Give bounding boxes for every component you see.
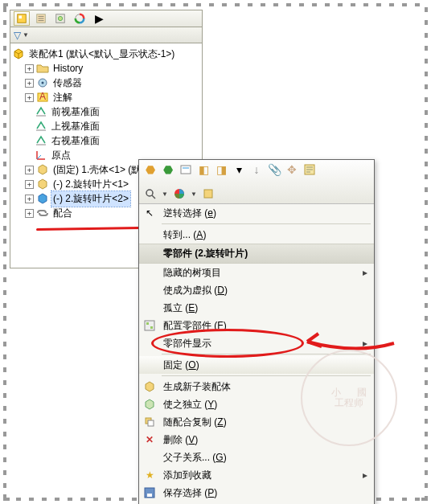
plane-icon [35, 120, 47, 133]
annotation-red-underline [36, 227, 141, 231]
appearance-dropdown-icon[interactable]: ▼ [191, 191, 197, 198]
menu-make-virtual[interactable]: 使成为虚拟 (D) [139, 281, 374, 299]
menu-separator [162, 223, 371, 224]
menu-label: 添加到收藏 [163, 469, 211, 482]
menu-configure-component[interactable]: 配置零部件 (F) [139, 317, 374, 334]
submenu-arrow-icon: ▸ [363, 338, 367, 349]
menu-copy-with-mates[interactable]: 随配合复制 (Z) [139, 413, 374, 431]
hide-icon[interactable]: ◧ [197, 163, 210, 176]
svg-text:A: A [39, 91, 46, 102]
expand-icon[interactable]: + [25, 209, 34, 218]
zoom-icon[interactable] [144, 187, 157, 200]
mates-icon [36, 207, 49, 219]
edit-part-icon[interactable]: ⬣ [162, 163, 174, 176]
svg-rect-15 [145, 321, 154, 330]
tab-feature-manager[interactable] [14, 11, 30, 26]
tree-root-label: 装配体1 (默认<默认_显示状态-1>) [27, 47, 176, 62]
menu-isolate[interactable]: 孤立 (E) [139, 299, 374, 317]
tab-dimxpert-manager[interactable] [72, 11, 88, 26]
menu-fix[interactable]: 固定 (O) [139, 356, 374, 374]
expand-icon[interactable]: + [25, 195, 34, 203]
expand-icon[interactable]: + [25, 166, 34, 174]
folder-icon [36, 62, 49, 75]
expand-icon[interactable]: + [25, 180, 34, 189]
menu-label: 随配合复制 (Z) [163, 416, 227, 429]
menu-hidden-tree-items[interactable]: 隐藏的树项目▸ [139, 264, 374, 281]
assembly-icon [12, 47, 25, 60]
filter-icon[interactable]: ▽ [14, 30, 21, 41]
menu-label: 删除 (V) [163, 433, 198, 447]
menu-goto[interactable]: 转到... (A) [139, 226, 374, 244]
menu-label: 转到... (A) [163, 228, 206, 242]
tree-history[interactable]: + History [12, 61, 200, 76]
svg-rect-10 [181, 166, 191, 174]
svg-point-4 [58, 16, 62, 20]
expand-icon[interactable]: + [25, 64, 34, 73]
tree-annotations[interactable]: + A 注解 [12, 90, 200, 104]
expand-icon[interactable]: + [25, 93, 34, 102]
menu-label: 逆转选择 (e) [163, 207, 216, 220]
transparency-icon[interactable]: ◨ [215, 163, 228, 176]
tools-icon[interactable] [202, 187, 215, 200]
tree-plane-front[interactable]: 前视基准面 [12, 104, 200, 119]
copy-mates-icon [143, 416, 156, 428]
menu-group-header: 零部件 (2.旋转叶片) [139, 244, 374, 264]
context-menu: ⬣ ⬣ ◧ ◨ ▾ ↓ 📎 ✥ ▼ ▼ ↖ 逆转选择 (e) 转到... (A) [138, 159, 375, 504]
menu-label: 使之独立 (Y) [163, 398, 217, 412]
annotation-icon: A [36, 91, 49, 104]
tab-display-manager[interactable]: ▶ [91, 11, 107, 26]
menu-label: 父子关系... (G) [163, 451, 227, 465]
menu-label: 固定 (O) [163, 359, 199, 372]
menu-delete[interactable]: ✕ 删除 (V) [139, 431, 374, 449]
submenu-arrow-icon: ▸ [363, 469, 367, 481]
tree-label: 配合 [51, 206, 74, 221]
subassembly-icon [143, 380, 156, 393]
tree-label: 传感器 [51, 76, 84, 91]
tree-label: History [51, 62, 84, 75]
tab-property-manager[interactable] [33, 11, 49, 26]
chevron-right-icon: ▶ [95, 12, 104, 25]
svg-rect-21 [147, 494, 152, 497]
menu-save-selection[interactable]: 保存选择 (P) [139, 484, 374, 502]
svg-rect-14 [204, 190, 212, 198]
svg-rect-16 [146, 322, 149, 325]
tree-root[interactable]: 装配体1 (默认<默认_显示状态-1>) [12, 47, 200, 61]
menu-label: 保存选择 (P) [163, 486, 217, 500]
properties-icon[interactable] [303, 163, 316, 176]
open-part-icon[interactable] [179, 163, 192, 176]
filter-dropdown-icon[interactable]: ▼ [23, 31, 29, 39]
tree-plane-right[interactable]: 右视基准面 [12, 133, 200, 148]
menu-parent-child[interactable]: 父子关系... (G) [139, 449, 374, 466]
move-icon[interactable]: ✥ [285, 163, 298, 176]
component-icon[interactable]: ⬣ [144, 163, 157, 176]
submenu-arrow-icon: ▸ [363, 267, 367, 278]
tree-sensors[interactable]: + 传感器 [12, 76, 200, 90]
expand-icon[interactable]: + [25, 79, 34, 88]
menu-invert-selection[interactable]: ↖ 逆转选择 (e) [139, 204, 374, 222]
panel-tabbar: ▶ [10, 10, 203, 27]
delete-icon: ✕ [143, 433, 156, 446]
menu-label: 孤立 (E) [163, 301, 198, 315]
tree-label: 上视基准面 [50, 119, 101, 134]
filter-bar: ▽ ▼ [10, 27, 203, 43]
menu-new-subassembly[interactable]: 生成新子装配体 [139, 378, 374, 395]
menu-label: 隐藏的树项目 [163, 266, 221, 280]
svg-rect-17 [150, 326, 153, 329]
svg-rect-1 [19, 16, 23, 19]
display-state-icon[interactable]: ▾ [232, 163, 245, 176]
tree-plane-top[interactable]: 上视基准面 [12, 119, 200, 133]
tree-label: (固定) 1.壳体<1> (默 [51, 162, 142, 178]
menu-component-display[interactable]: 零部件显示▸ [139, 334, 374, 352]
menu-separator [162, 375, 371, 376]
tab-configuration-manager[interactable] [52, 11, 68, 26]
menu-add-favorite[interactable]: ★ 添加到收藏▸ [139, 466, 374, 484]
plane-icon [35, 105, 47, 118]
mate-icon[interactable]: 📎 [268, 163, 281, 176]
origin-icon [35, 149, 47, 162]
menu-make-independent[interactable]: 使之独立 (Y) [139, 395, 374, 413]
zoom-dropdown-icon[interactable]: ▼ [162, 191, 168, 198]
part-icon [36, 192, 49, 205]
appearance-icon[interactable] [173, 187, 186, 200]
context-toolbar: ⬣ ⬣ ◧ ◨ ▾ ↓ 📎 ✥ ▼ ▼ [139, 160, 374, 204]
suppress-icon[interactable]: ↓ [250, 163, 263, 176]
